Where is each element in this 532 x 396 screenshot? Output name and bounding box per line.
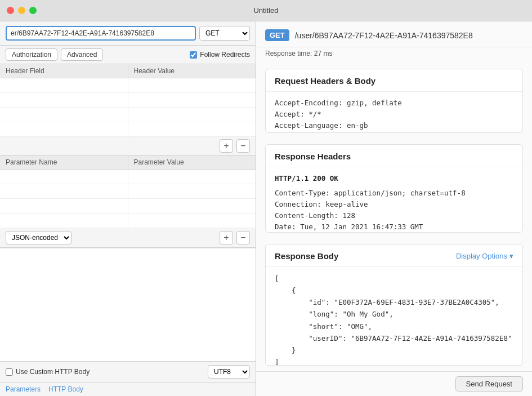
follow-redirects-checkbox[interactable] <box>190 51 197 59</box>
response-headers-section: Response Headers HTTP/1.1 200 OK Content… <box>265 144 523 233</box>
toolbar-row: Authorization Advanced Follow Redirects <box>0 46 256 64</box>
traffic-lights <box>7 7 37 14</box>
header-field-cell[interactable] <box>0 78 128 92</box>
table-row <box>0 170 256 184</box>
header-field-cell[interactable] <box>0 122 128 136</box>
request-headers-title: Request Headers & Body <box>266 69 522 92</box>
chevron-down-icon: ▾ <box>509 252 513 260</box>
remove-header-button[interactable]: − <box>236 139 250 153</box>
table-row <box>0 108 256 122</box>
window-title: Untitled <box>253 6 278 15</box>
bottom-tabs: Parameters HTTP Body <box>0 382 256 396</box>
left-panel: GET POST PUT DELETE PATCH Authorization … <box>0 21 256 396</box>
response-time-label: Response time: <box>265 50 312 57</box>
params-actions: + − <box>220 231 250 244</box>
header-value-cell[interactable] <box>128 93 256 107</box>
table-row <box>0 213 256 228</box>
response-headers-text: Content-Type: application/json; charset=… <box>275 188 513 233</box>
add-param-button[interactable]: + <box>220 231 233 244</box>
param-value-cell[interactable] <box>128 184 256 198</box>
encode-select-wrap: JSON-encoded URL-encoded <box>6 231 71 244</box>
param-name-cell[interactable] <box>0 170 128 184</box>
url-input[interactable] <box>6 26 196 41</box>
use-custom-body-label: Use Custom HTTP Body <box>6 368 90 376</box>
response-time-value: 27 ms <box>314 50 333 57</box>
table-row <box>0 184 256 199</box>
http-status: HTTP/1.1 200 OK <box>275 173 513 184</box>
send-request-button[interactable]: Send Request <box>455 376 523 391</box>
response-body-json: [ { "id": "E00F372A-69EF-4831-93E7-37BE2… <box>266 267 522 366</box>
encoding-select[interactable]: UTF8 ASCII UTF-16 <box>208 365 250 379</box>
request-headers-section: Request Headers & Body Accept-Encoding: … <box>265 69 523 133</box>
encode-row: JSON-encoded URL-encoded + − <box>0 228 256 247</box>
request-headers-content: Accept-Encoding: gzip, deflate Accept: *… <box>266 92 522 133</box>
minimize-button[interactable] <box>18 7 25 14</box>
remove-param-button[interactable]: − <box>236 231 250 244</box>
method-select[interactable]: GET POST PUT DELETE PATCH <box>199 26 250 41</box>
header-value-col: Header Value <box>128 64 256 78</box>
response-url: /user/6B97AA72-7F12-4A2E-A91A-7416397582… <box>295 31 473 40</box>
param-name-cell[interactable] <box>0 184 128 198</box>
header-value-cell[interactable] <box>128 108 256 122</box>
param-value-cell[interactable] <box>128 199 256 213</box>
use-custom-body-checkbox[interactable] <box>6 368 13 376</box>
body-section <box>0 248 256 361</box>
header-field-cell[interactable] <box>0 108 128 122</box>
tab-parameters[interactable]: Parameters <box>6 385 41 393</box>
headers-section: Header Field Header Value <box>0 64 256 155</box>
tab-http-body[interactable]: HTTP Body <box>48 385 83 393</box>
add-header-button[interactable]: + <box>220 139 233 153</box>
header-field-col: Header Field <box>0 64 128 78</box>
method-badge: GET <box>265 29 289 41</box>
body-textarea[interactable] <box>0 248 256 361</box>
response-time-row: Response time: 27 ms <box>256 47 532 63</box>
advanced-button[interactable]: Advanced <box>61 48 103 61</box>
encode-select[interactable]: JSON-encoded URL-encoded <box>6 231 71 244</box>
headers-table-header: Header Field Header Value <box>0 64 256 78</box>
right-panel: GET /user/6B97AA72-7F12-4A2E-A91A-741639… <box>256 21 532 396</box>
response-body-section: Response Body Display Options ▾ [ { "id"… <box>265 244 523 366</box>
close-button[interactable] <box>7 7 14 14</box>
response-headers-title: Response Headers <box>266 145 522 167</box>
param-value-col: Parameter Value <box>128 155 256 169</box>
titlebar: Untitled <box>0 0 532 21</box>
param-value-cell[interactable] <box>128 213 256 228</box>
params-table-header: Parameter Name Parameter Value <box>0 155 256 170</box>
main-layout: GET POST PUT DELETE PATCH Authorization … <box>0 21 532 396</box>
zoom-button[interactable] <box>29 7 37 14</box>
url-bar: GET POST PUT DELETE PATCH <box>0 21 256 46</box>
header-value-cell[interactable] <box>128 122 256 136</box>
response-body-header: Response Body Display Options ▾ <box>266 244 522 267</box>
param-name-col: Parameter Name <box>0 155 128 169</box>
params-section: Parameter Name Parameter Value <box>0 155 256 248</box>
headers-table-actions: + − <box>0 137 256 155</box>
send-btn-row: Send Request <box>256 371 532 396</box>
follow-redirects-label: Follow Redirects <box>190 51 250 59</box>
params-table-rows <box>0 170 256 228</box>
table-row <box>0 199 256 213</box>
header-value-cell[interactable] <box>128 78 256 92</box>
authorization-button[interactable]: Authorization <box>6 48 57 61</box>
response-headers-content: HTTP/1.1 200 OK Content-Type: applicatio… <box>266 167 522 233</box>
param-name-cell[interactable] <box>0 199 128 213</box>
header-field-cell[interactable] <box>0 93 128 107</box>
table-row <box>0 78 256 93</box>
response-url-bar: GET /user/6B97AA72-7F12-4A2E-A91A-741639… <box>256 21 532 47</box>
param-name-cell[interactable] <box>0 213 128 228</box>
param-value-cell[interactable] <box>128 170 256 184</box>
table-row <box>0 122 256 137</box>
display-options-label: Display Options <box>456 252 507 260</box>
headers-table-rows <box>0 78 256 137</box>
table-row <box>0 93 256 108</box>
response-body-title: Response Body <box>275 251 338 261</box>
display-options-button[interactable]: Display Options ▾ <box>456 252 513 260</box>
bottom-bar: Use Custom HTTP Body UTF8 ASCII UTF-16 <box>0 361 256 382</box>
